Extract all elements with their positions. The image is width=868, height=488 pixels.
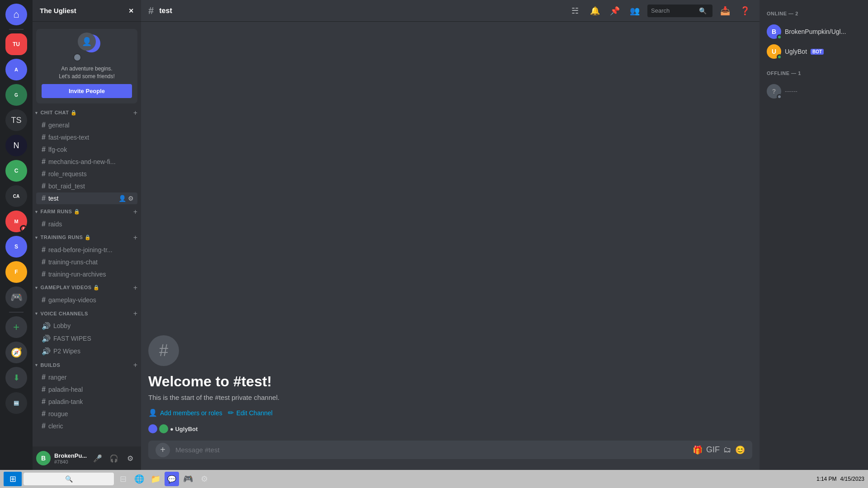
server-icon-2[interactable]: A xyxy=(5,59,27,80)
taskbar-left: ⊞ 🔍 ⊟ 🌐 📁 💬 🎮 ⚙ xyxy=(4,472,212,486)
channel-members-icon[interactable]: 👤 xyxy=(118,195,126,202)
invite-people-button[interactable]: Invite People xyxy=(42,84,132,98)
category-training-runs-header[interactable]: ▼ TRAINING RUNS 🔒 + xyxy=(33,232,141,244)
category-farm-runs-header[interactable]: ▼ FARM RUNS 🔒 + xyxy=(33,206,141,218)
channel-settings-icon[interactable]: ⚙ xyxy=(128,195,134,202)
main-content: # test ☵ 🔔 📌 👥 🔍 📥 ❓ # Welcome to #test!… xyxy=(141,0,760,470)
server-icon-new[interactable]: 🆕 xyxy=(5,392,27,414)
category-farm-runs-add[interactable]: + xyxy=(133,208,137,216)
channel-fast-wipes-text[interactable]: # fast-wipes-text xyxy=(36,131,137,143)
windows-icon: ⊞ xyxy=(9,474,16,484)
taskbar-folder[interactable]: 📁 xyxy=(148,472,163,486)
channel-test[interactable]: # test 👤 ⚙ xyxy=(36,192,137,204)
server-icon-10[interactable]: F xyxy=(5,261,27,283)
server-icon-8[interactable]: M ! xyxy=(5,211,27,232)
channel-paladin-tank[interactable]: # paladin-tank xyxy=(36,396,137,408)
category-chit-chat: ▼ CHIT CHAT 🔒 + # general # fast-wipes-t… xyxy=(33,107,141,204)
member-status-uglybot xyxy=(777,54,782,60)
category-gameplay-videos-header[interactable]: ▼ GAMEPLAY VIDEOS 🔒 + xyxy=(33,282,141,294)
add-members-action[interactable]: 👤 Add members or roles xyxy=(148,408,222,417)
emoji-icon[interactable]: 😊 xyxy=(735,445,745,455)
search-input[interactable] xyxy=(651,7,696,14)
category-voice-add[interactable]: + xyxy=(133,310,137,318)
category-builds-add[interactable]: + xyxy=(133,361,137,369)
threads-icon[interactable]: ☵ xyxy=(570,5,580,16)
task-view-button[interactable]: ⊟ xyxy=(116,472,130,486)
download-apps-button[interactable]: ⬇ xyxy=(5,367,27,389)
category-chit-chat-add[interactable]: + xyxy=(133,109,137,117)
settings-button[interactable]: ⚙ xyxy=(123,451,137,465)
server-icon-the-ugliest[interactable]: TU xyxy=(5,33,27,55)
help-icon[interactable]: ❓ xyxy=(740,5,750,16)
channel-rougue[interactable]: # rougue xyxy=(36,408,137,420)
server-icon-6[interactable]: C xyxy=(5,160,27,182)
channel-read-before[interactable]: # read-before-joining-tr... xyxy=(36,244,137,256)
gif-icon[interactable]: GIF xyxy=(706,445,720,455)
member-item-offline[interactable]: ? ------ xyxy=(763,81,864,101)
taskbar-edge[interactable]: 🌐 xyxy=(132,472,146,486)
category-builds-header[interactable]: ▼ BUILDS + xyxy=(33,359,141,371)
category-gameplay-videos-label: ▼ GAMEPLAY VIDEOS 🔒 xyxy=(34,285,100,291)
member-item-uglybot[interactable]: U UglyBot BOT xyxy=(763,42,864,61)
category-voice-channels-header[interactable]: ▼ VOICE CHANNELS + xyxy=(33,308,141,319)
voice-icon-lobby: 🔊 xyxy=(42,322,51,330)
channel-cleric[interactable]: # cleric xyxy=(36,420,137,432)
discord-home-button[interactable]: ⌂ xyxy=(5,4,27,25)
edit-channel-icon: ✏ xyxy=(228,408,234,417)
channel-ranger[interactable]: # ranger xyxy=(36,371,137,383)
channel-mechanics[interactable]: # mechanics-and-new-fi... xyxy=(36,156,137,168)
deafen-button[interactable]: 🎧 xyxy=(107,451,121,465)
category-gameplay-videos-add[interactable]: + xyxy=(133,284,137,292)
message-add-button[interactable]: + xyxy=(156,443,170,457)
avatar-center: 👤 xyxy=(78,33,96,51)
search-taskbar[interactable]: 🔍 xyxy=(24,473,114,485)
taskbar-xbox[interactable]: 🎮 xyxy=(181,472,195,486)
taskbar-app1[interactable]: ⚙ xyxy=(197,472,212,486)
inbox-icon[interactable]: 📥 xyxy=(720,5,731,16)
channel-gameplay-videos[interactable]: # gameplay-videos xyxy=(36,294,137,306)
channel-role-requests[interactable]: # role_requests xyxy=(36,168,137,180)
channel-general[interactable]: # general xyxy=(36,119,137,131)
server-icon-5[interactable]: N xyxy=(5,135,27,156)
voice-channel-p2-wipes[interactable]: 🔊 P2 Wipes xyxy=(36,345,137,357)
channel-raids[interactable]: # raids xyxy=(36,218,137,230)
taskbar-discord[interactable]: 💬 xyxy=(165,472,179,486)
member-avatar-tiny-2 xyxy=(159,424,168,433)
server-icon-3[interactable]: G xyxy=(5,84,27,106)
uglybot-badge: BOT xyxy=(811,49,824,55)
server-header[interactable]: The Ugliest ✕ xyxy=(33,0,141,22)
category-farm-runs-label: ▼ FARM RUNS 🔒 xyxy=(34,209,80,215)
welcome-description: This is the start of the #test private c… xyxy=(148,394,279,401)
server-icon-9[interactable]: S xyxy=(5,236,27,258)
voice-channel-lobby[interactable]: 🔊 Lobby xyxy=(36,320,137,332)
channel-bot-raid-test[interactable]: # bot_raid_test xyxy=(36,180,137,192)
category-chit-chat-label: ▼ CHIT CHAT 🔒 xyxy=(34,110,77,116)
mute-button[interactable]: 🎤 xyxy=(90,451,105,465)
add-server-button[interactable]: + xyxy=(5,316,27,338)
edit-channel-label: Edit Channel xyxy=(236,409,273,417)
channel-training-runs-chat[interactable]: # training-runs-chat xyxy=(36,256,137,268)
edit-channel-action[interactable]: ✏ Edit Channel xyxy=(228,408,273,417)
member-item-brokenpumpkin[interactable]: B BrokenPumpkin/Ugl... xyxy=(763,22,864,42)
server-icon-11[interactable]: 🎮 xyxy=(5,286,27,308)
notification-prefs-icon[interactable]: 🔔 xyxy=(590,5,600,16)
gift-icon[interactable]: 🎁 xyxy=(693,445,703,455)
pinned-messages-icon[interactable]: 📌 xyxy=(609,5,620,16)
member-list-icon[interactable]: 👥 xyxy=(629,5,640,16)
server-icon-4[interactable]: TS xyxy=(5,109,27,131)
member-name-wrapper-offline: ------ xyxy=(785,88,797,95)
category-training-runs-add[interactable]: + xyxy=(133,234,137,242)
voice-channel-fast-wipes[interactable]: 🔊 FAST WIPES xyxy=(36,333,137,345)
category-chit-chat-header[interactable]: ▼ CHIT CHAT 🔒 + xyxy=(33,107,141,119)
sticker-icon[interactable]: 🗂 xyxy=(723,445,731,455)
explore-servers-button[interactable]: 🧭 xyxy=(5,342,27,363)
server-icon-7[interactable]: CA xyxy=(5,185,27,207)
server-list-divider-2 xyxy=(9,312,24,313)
channel-paladin-heal[interactable]: # paladin-heal xyxy=(36,384,137,395)
channel-training-run-archives[interactable]: # training-run-archives xyxy=(36,268,137,280)
channel-lfg-cok[interactable]: # lfg-cok xyxy=(36,144,137,155)
start-button[interactable]: ⊞ xyxy=(4,472,22,486)
member-status-online xyxy=(777,34,782,40)
message-input[interactable] xyxy=(175,441,687,459)
search-icon: 🔍 xyxy=(699,7,707,14)
